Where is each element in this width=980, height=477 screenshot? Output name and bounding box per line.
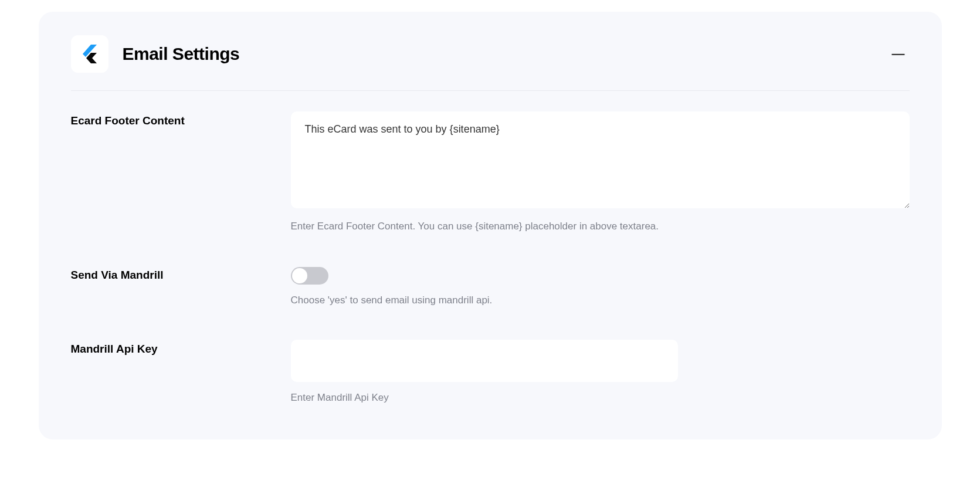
panel-title: Email Settings (123, 44, 240, 64)
mandrill-api-key-help: Enter Mandrill Api Key (291, 391, 910, 405)
send-via-mandrill-help: Choose 'yes' to send email using mandril… (291, 293, 910, 307)
send-via-mandrill-toggle[interactable] (291, 267, 328, 285)
collapse-icon[interactable]: — (887, 44, 910, 64)
form-row-ecard-footer: Ecard Footer Content Enter Ecard Footer … (71, 111, 910, 234)
panel-header: Email Settings — (71, 35, 910, 91)
form-row-mandrill-api-key: Mandrill Api Key Enter Mandrill Api Key (71, 340, 910, 405)
header-left: Email Settings (71, 35, 240, 73)
email-settings-panel: Email Settings — Ecard Footer Content En… (39, 12, 942, 439)
mandrill-api-key-input[interactable] (291, 340, 678, 382)
panel-logo (71, 35, 108, 73)
ecard-footer-label: Ecard Footer Content (71, 111, 291, 127)
form-row-send-via-mandrill: Send Via Mandrill Choose 'yes' to send e… (71, 266, 910, 307)
toggle-slider (291, 267, 328, 285)
mandrill-api-key-field: Enter Mandrill Api Key (291, 340, 910, 405)
ecard-footer-field: Enter Ecard Footer Content. You can use … (291, 111, 910, 234)
flutter-icon (79, 43, 100, 65)
ecard-footer-textarea[interactable] (291, 111, 910, 208)
mandrill-api-key-label: Mandrill Api Key (71, 340, 291, 356)
send-via-mandrill-field: Choose 'yes' to send email using mandril… (291, 266, 910, 307)
ecard-footer-help: Enter Ecard Footer Content. You can use … (291, 219, 910, 234)
send-via-mandrill-label: Send Via Mandrill (71, 266, 291, 282)
